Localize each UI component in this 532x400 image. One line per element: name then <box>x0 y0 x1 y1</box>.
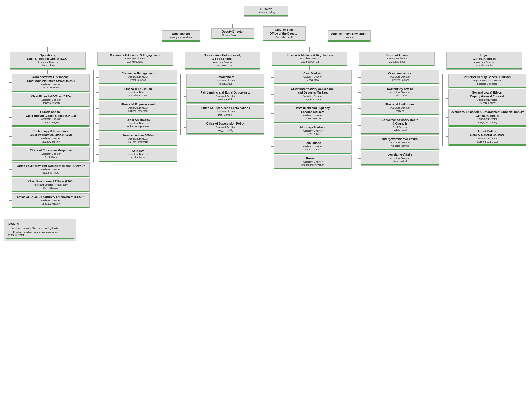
col3-head-box: Supervision, Enforcement,& Fair Lending … <box>185 52 260 70</box>
col1-item6: Office of Minority and Women Inclusion (… <box>12 162 89 177</box>
col5-item1: CommunicationsAssistant DirectorJennifer… <box>361 70 439 84</box>
line-top-h <box>46 47 486 47</box>
col4-items: Card MarketsAssistant DirectorMarla Blow… <box>268 70 351 169</box>
director-title: Director <box>246 7 286 11</box>
chief-of-staff-box: Chief of StaffOffice of the Director Gar… <box>263 26 306 41</box>
col5-item4: Consumer Advisory Board& CouncilsStaff D… <box>361 117 439 135</box>
col1-item7: Chief Procurement Officer (CPO) Assistan… <box>12 178 89 192</box>
col1-wrap: Operations,Chief Operating Officer (COO)… <box>6 47 89 208</box>
col1-role: Associate Director <box>12 61 83 64</box>
col4-item5: RegulationsAssistant DirectorKelly Cochr… <box>274 140 351 154</box>
col5-wrap: External Affairs Associate Director Zixt… <box>355 47 439 166</box>
col4-item4: Mortgage MarketsAssistant DirectorPeter … <box>274 124 351 138</box>
line-col1-down <box>47 70 48 74</box>
col2-head-box: Consumer Education & Engagement Associat… <box>97 52 173 66</box>
cos-title: Chief of StaffOffice of the Director <box>265 28 303 35</box>
legend-box: Legend * = Position currently filled on … <box>4 219 76 241</box>
col1-title: Operations,Chief Operating Officer (COO) <box>12 53 83 61</box>
col6-wrap: Legal,General Counsel Associate Director… <box>442 47 526 146</box>
col6-items: Principal Deputy General CounselDeputy A… <box>442 74 526 146</box>
col6-item2: General Law & Ethics,Deputy General Coun… <box>448 89 526 107</box>
line-deputy-top <box>232 24 233 28</box>
col6-item1: Principal Deputy General CounselDeputy A… <box>448 74 526 88</box>
col2-item5: Servicemember AffairsAssistant DirectorH… <box>99 132 177 146</box>
col2-items: Consumer EngagementAssistant DirectorPet… <box>93 70 177 162</box>
col3-item3: Office of Supervision ExaminationsAssist… <box>186 105 264 119</box>
col4-head-box: Research, Markets & Regulations Associat… <box>272 52 347 66</box>
col5-item5: Intergovernmental AffairsAssistant Direc… <box>361 136 439 150</box>
col2-item2: Financial EducationAssistant DirectorCam… <box>99 86 177 100</box>
col1-item4: Technology & Innovation,Chief Informatio… <box>12 128 89 146</box>
col1-items: Administrative Operations,Chief Administ… <box>6 74 89 208</box>
line-cos-top <box>284 22 284 26</box>
col1-name: Victor Prince <box>12 64 83 68</box>
line-col2-top <box>135 47 135 52</box>
line-director-down <box>266 17 266 22</box>
col3-item2: Fair Lending and Equal OpportunityAssist… <box>186 89 264 104</box>
col2-wrap: Consumer Education & Engagement Associat… <box>93 47 177 162</box>
col3-item1: EnforcementAssistant DirectorKent Markus <box>186 74 264 88</box>
line-alj-h <box>306 36 328 36</box>
col1-item2: Chief Financial Officer (CFO) Assistant … <box>12 93 89 107</box>
col1-item5: Office of Consumer Response Assistant Di… <box>12 147 89 161</box>
col2-item4: Older AmericansAssistant DirectorHubert … <box>99 117 177 131</box>
line-col1-top <box>47 47 48 52</box>
col5-item2: Community AffairsAssistant DirectorChris… <box>361 86 439 100</box>
director-box: Director Richard Cordray <box>244 6 288 17</box>
col4-item3: Installment and LiquidityLending Markets… <box>274 105 351 123</box>
col4-wrap: Research, Markets & Regulations Associat… <box>268 47 351 169</box>
col1-head-box: Operations,Chief Operating Officer (COO)… <box>10 52 85 70</box>
col6-item3: Oversight, Litigation & Enforcement Supp… <box>448 109 526 127</box>
col6-item4: Law & Policy,Deputy General CounselAssis… <box>448 128 526 146</box>
col1-item1: Administrative Operations,Chief Administ… <box>12 74 89 92</box>
line-h-center <box>254 32 263 32</box>
ombudsman-box: Ombudsman Wendy Kamenshine <box>162 30 200 42</box>
col2-item1: Consumer EngagementAssistant DirectorPet… <box>99 70 177 84</box>
legend-title: Legend <box>8 222 72 225</box>
legend-item1: * = Position currently filled on an Acti… <box>8 227 72 230</box>
col1-item3: Human Capital,Chief Human Capital Office… <box>12 109 89 127</box>
col4-item6: ResearchAssistant DirectorSendhil Mullai… <box>274 155 351 169</box>
col2-item3: Financial EmpowermentAssistant DirectorC… <box>99 101 177 115</box>
col4-item2: Credit Information, Collections,and Depo… <box>274 86 351 104</box>
org-chart-container: Director Richard Cordray Ombudsman Wendy… <box>4 3 528 244</box>
col4-item1: Card MarketsAssistant DirectorMarla Blow <box>274 70 351 84</box>
col3-item4: Office of Supervision PolicyAssistant Di… <box>186 120 264 135</box>
alj-name: Vacant <box>330 36 369 39</box>
col5-items: CommunicationsAssistant DirectorJennifer… <box>355 70 439 166</box>
col3-items: EnforcementAssistant DirectorKent Markus… <box>180 74 264 135</box>
admin-law-judge-box: Administrative Law Judge Vacant <box>328 30 371 42</box>
col6-head-box: Legal,General Counsel Associate Director… <box>446 52 522 70</box>
alj-title: Administrative Law Judge <box>330 32 369 36</box>
col3-wrap: Supervision, Enforcement,& Fair Lending … <box>180 47 264 135</box>
ombudsman-name: Wendy Kamenshine <box>164 36 198 39</box>
col5-item6: Legislative AffairsAssistant DirectorLis… <box>361 151 439 166</box>
deputy-director-box: Deputy Director Steven Antonakes* <box>211 28 254 39</box>
line-ombudsman-h <box>200 36 211 36</box>
col5-head-box: External Affairs Associate Director Zixt… <box>359 52 434 66</box>
legend-section: Legend * = Position currently filled on … <box>4 219 528 241</box>
col2-item6: StudentsAssistant DirectorRohit Chopra <box>99 148 177 162</box>
ombudsman-title: Ombudsman <box>164 32 198 36</box>
col1-item8: Office of Equal Opportunity Employment (… <box>12 193 89 208</box>
director-name: Richard Cordray <box>246 11 286 14</box>
col1-items-list: Administrative Operations,Chief Administ… <box>9 74 89 208</box>
deputy-title: Deputy Director <box>214 30 252 34</box>
col1-vert-line <box>6 74 6 208</box>
line-middle-down <box>266 42 266 47</box>
deputy-name: Steven Antonakes* <box>214 34 252 37</box>
legend-item2: ** = Position has direct report responsi… <box>8 231 72 236</box>
col5-item3: Financial InstitutionsAssistant Director… <box>361 101 439 115</box>
cos-name: Garry Reeder II <box>265 36 303 39</box>
